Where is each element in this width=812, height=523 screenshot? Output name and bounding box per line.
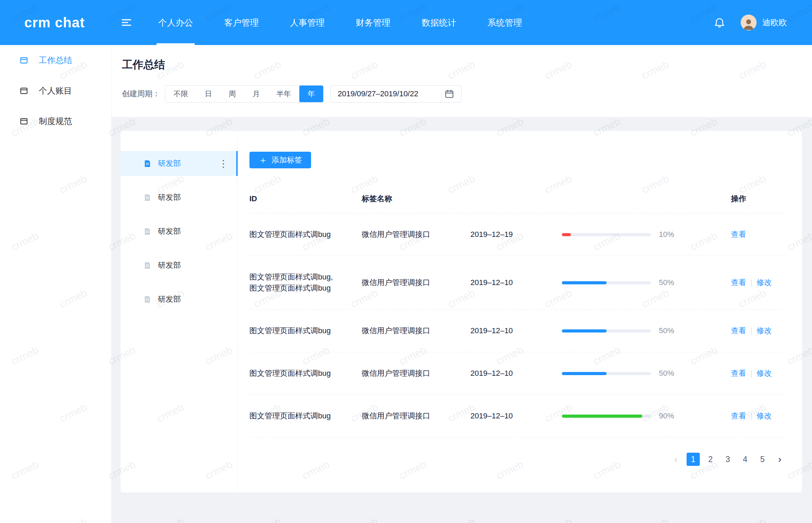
progress-percent: 90% — [659, 411, 674, 420]
period-option[interactable]: 年 — [299, 86, 323, 102]
row-action-link[interactable]: 修改 — [757, 368, 772, 379]
period-option[interactable]: 日 — [196, 86, 220, 102]
group-label: 研发部 — [158, 226, 181, 237]
row-action-link[interactable]: 查看 — [731, 229, 746, 240]
add-tag-label: 添加标签 — [272, 155, 302, 165]
page-number-button[interactable]: 2 — [704, 453, 717, 466]
progress-track — [562, 415, 651, 418]
filter-label: 创建周期： — [122, 89, 160, 99]
group-list: 研发部 ⋮ 研发部 研发部 研发部 研发部 — [121, 131, 238, 493]
page-number-button[interactable]: 1 — [687, 453, 700, 466]
page-title: 工作总结 — [122, 57, 812, 72]
header-tag-name: 标签名称 — [362, 194, 470, 204]
notifications-bell-icon[interactable] — [714, 17, 725, 28]
progress-fill — [562, 233, 571, 236]
sidebar-item[interactable]: 个人账目 — [0, 76, 111, 106]
watermark-text: crmeb — [543, 515, 574, 523]
header-id: ID — [249, 193, 362, 204]
nav-item[interactable]: 数据统计 — [406, 0, 472, 45]
page-header-section: 工作总结 创建周期： 不限日周月半年年 2019/09/27–2019/10/2… — [112, 45, 812, 117]
table-row: 图文管理页面样式调bug 微信用户管理调接口 2019–12–19 10% 查看 — [249, 213, 786, 256]
action-separator: | — [750, 411, 752, 420]
table-row: 图文管理页面样式调bug 微信用户管理调接口 2019–12–10 50% 查看… — [249, 352, 786, 395]
add-tag-button[interactable]: ＋ 添加标签 — [249, 152, 311, 168]
cell-progress: 10% — [562, 230, 691, 239]
page-number-button[interactable]: 4 — [739, 453, 752, 466]
cell-date: 2019–12–10 — [470, 411, 562, 420]
group-list-item[interactable]: 研发部 — [121, 185, 237, 210]
cell-tag-name: 微信用户管理调接口 — [362, 326, 470, 336]
group-list-item[interactable]: 研发部 — [121, 287, 237, 312]
progress-track — [562, 329, 651, 333]
group-list-item[interactable]: 研发部 — [121, 219, 237, 244]
row-action-link[interactable]: 查看 — [731, 326, 746, 336]
period-option[interactable]: 月 — [244, 86, 268, 102]
group-list-item[interactable]: 研发部 ⋮ — [121, 151, 237, 176]
file-icon — [143, 193, 152, 202]
cell-actions: 查看 — [731, 229, 786, 240]
period-option[interactable]: 半年 — [268, 86, 299, 102]
sidebar: 工作总结 个人账目 制度规范 — [0, 45, 112, 523]
file-icon — [143, 227, 152, 236]
progress-percent: 50% — [659, 326, 674, 335]
row-action-link[interactable]: 修改 — [757, 277, 772, 288]
nav-item[interactable]: 客户管理 — [209, 0, 274, 45]
user-avatar[interactable] — [741, 15, 757, 30]
cell-actions: 查看|修改 — [731, 411, 786, 421]
table-row: 图文管理页面样式调bug 微信用户管理调接口 2019–12–10 50% 查看… — [249, 310, 786, 352]
cell-tag-name: 微信用户管理调接口 — [362, 368, 470, 379]
progress-track — [562, 281, 651, 284]
nav-item[interactable]: 系统管理 — [472, 0, 538, 45]
cell-date: 2019–12–10 — [470, 369, 562, 378]
watermark-text: crmeb — [155, 515, 186, 523]
watermark-text: crmeb — [349, 515, 380, 523]
nav-item-label: 系统管理 — [487, 17, 522, 28]
header-right: 迪欧欧 — [714, 15, 812, 30]
sidebar-item-label: 个人账目 — [39, 85, 72, 96]
more-actions-icon[interactable]: ⋮ — [219, 158, 228, 169]
group-list-item[interactable]: 研发部 — [121, 253, 237, 278]
period-option[interactable]: 不限 — [165, 86, 196, 102]
cell-actions: 查看|修改 — [731, 326, 786, 336]
cell-progress: 50% — [562, 369, 691, 378]
row-action-link[interactable]: 查看 — [731, 411, 746, 421]
user-name[interactable]: 迪欧欧 — [762, 17, 787, 28]
nav-item[interactable]: 个人办公 — [143, 0, 209, 45]
page-number-button[interactable]: 5 — [756, 453, 769, 466]
board-icon — [19, 86, 28, 95]
prev-page-button[interactable]: ‹ — [669, 453, 682, 466]
nav-item[interactable]: 人事管理 — [274, 0, 340, 45]
progress-percent: 50% — [659, 369, 674, 378]
action-separator: | — [750, 369, 752, 378]
next-page-button[interactable]: › — [773, 453, 786, 466]
period-option[interactable]: 周 — [220, 86, 244, 102]
date-range-input[interactable]: 2019/09/27–2019/10/22 — [330, 85, 461, 103]
tags-table: ID 标签名称 操作 图文管理页面样式调bug 微信用户管理调接口 2019–1… — [249, 184, 786, 437]
page-number-button[interactable]: 3 — [721, 453, 734, 466]
main-nav: 个人办公 客户管理 人事管理 财务管理 数据统计 系统管理 — [143, 0, 538, 45]
calendar-icon — [444, 89, 454, 99]
file-icon — [143, 295, 152, 303]
cell-id: 图文管理页面样式调bug — [249, 229, 362, 240]
action-separator: | — [750, 278, 752, 287]
action-separator: | — [750, 326, 752, 335]
nav-item-label: 人事管理 — [290, 17, 325, 28]
watermark-text: crmeb — [446, 515, 477, 523]
cell-actions: 查看|修改 — [731, 368, 786, 379]
row-action-link[interactable]: 查看 — [731, 277, 746, 288]
progress-fill — [562, 372, 607, 375]
nav-item[interactable]: 财务管理 — [340, 0, 406, 45]
board-icon — [19, 117, 28, 126]
row-action-link[interactable]: 修改 — [757, 326, 772, 336]
sidebar-item[interactable]: 制度规范 — [0, 106, 111, 136]
sidebar-item[interactable]: 工作总结 — [0, 45, 111, 76]
menu-collapse-icon[interactable] — [121, 17, 132, 28]
cell-id: 图文管理页面样式调bug, 图文管理页面样式调bug — [249, 272, 362, 294]
cell-date: 2019–12–10 — [470, 278, 562, 287]
cell-date: 2019–12–10 — [470, 326, 562, 335]
row-action-link[interactable]: 修改 — [757, 411, 772, 421]
cell-progress: 50% — [562, 326, 691, 335]
group-label: 研发部 — [158, 192, 181, 203]
row-action-link[interactable]: 查看 — [731, 368, 746, 379]
watermark-text: crmeb — [640, 515, 671, 523]
